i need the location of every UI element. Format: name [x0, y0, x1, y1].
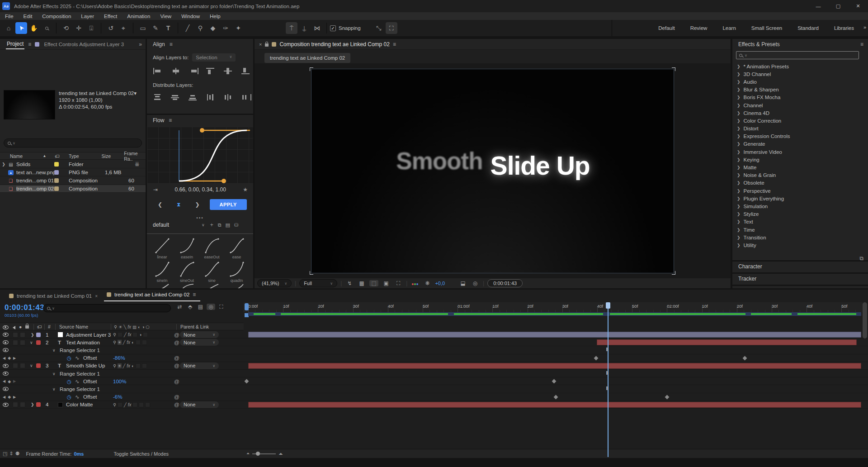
graph-icon[interactable]: ∿: [75, 377, 80, 385]
layer-row-text-animation[interactable]: ∨ 2 T Text Animation ⚲☀╱fx◐ @ None∨: [0, 338, 868, 346]
expand-icon[interactable]: ❯: [31, 331, 34, 338]
shy-layers-icon[interactable]: ⇕: [9, 451, 13, 457]
comp-mini-flowchart-icon[interactable]: ⇄: [175, 304, 184, 310]
pan-camera-tool-icon[interactable]: ✛: [73, 22, 85, 34]
solo-toggle[interactable]: [13, 332, 18, 338]
stopwatch-icon[interactable]: ◷: [67, 354, 71, 362]
item-name[interactable]: text an...new.png: [16, 170, 54, 175]
comp-breadcrumb-button[interactable]: trending text ae Linked Comp 02: [264, 53, 350, 63]
solo-toggle[interactable]: [13, 363, 18, 368]
close-tab-icon[interactable]: ×: [259, 42, 262, 47]
mask-visibility-icon[interactable]: ▣: [382, 280, 391, 286]
brush-tool-icon[interactable]: ╱: [182, 22, 193, 34]
current-timecode[interactable]: 0:00:01:43: [5, 303, 44, 312]
eraser-tool-icon[interactable]: ◆: [207, 22, 219, 34]
label-column-icon[interactable]: 🏷: [55, 153, 69, 159]
chevron-right-icon[interactable]: ❯: [737, 72, 741, 76]
chevron-right-icon[interactable]: ❯: [737, 219, 741, 224]
next-keyframe-icon[interactable]: ▶: [13, 379, 16, 383]
fx-switch[interactable]: fx: [128, 332, 132, 337]
region-of-interest-icon[interactable]: ⬚: [369, 280, 378, 286]
menu-item[interactable]: Window: [176, 14, 205, 19]
chevron-right-icon[interactable]: ❯: [737, 150, 741, 154]
effects-category[interactable]: ❯ Plugin Everything: [732, 195, 868, 202]
effects-category[interactable]: ❯ Boris FX Mocha: [732, 94, 868, 101]
layer-label-swatch[interactable]: [36, 340, 41, 345]
menu-item[interactable]: Effect: [99, 14, 122, 19]
favorite-star-icon[interactable]: ★: [243, 186, 248, 193]
property-name[interactable]: Offset: [83, 393, 97, 401]
property-row-range-selector[interactable]: ∨ Range Selector 1 I: [0, 385, 868, 393]
menu-item[interactable]: Animation: [122, 14, 155, 19]
eye-icon[interactable]: [3, 340, 9, 344]
playhead-handle[interactable]: [606, 302, 610, 309]
fast-previews-icon[interactable]: ↯: [345, 280, 354, 286]
collapse-icon[interactable]: ∨: [52, 346, 56, 354]
layer-duration-bar[interactable]: [248, 332, 861, 338]
chevron-right-icon[interactable]: ❯: [737, 119, 741, 123]
layer-row-smooth-slide-up[interactable]: ∨ 3 T Smooth Slide Up ⚲☀╱fx◐ @ None∨: [0, 362, 868, 370]
chevron-right-icon[interactable]: ❯: [737, 165, 741, 170]
add-keyframe-icon[interactable]: ◆: [8, 379, 11, 384]
preset-quadIn[interactable]: quadIn: [224, 260, 249, 283]
duplicate-preset-icon[interactable]: ⧉: [218, 222, 222, 228]
prev-keyframe-icon[interactable]: ◀: [3, 395, 5, 399]
keyframe-icon[interactable]: [594, 356, 599, 360]
property-name[interactable]: Offset: [83, 377, 97, 385]
add-preset-icon[interactable]: +: [210, 222, 213, 228]
apply-button[interactable]: APPLY: [210, 199, 247, 210]
shy-switch[interactable]: ⚲: [113, 402, 116, 407]
menu-item[interactable]: Composition: [37, 14, 76, 19]
pick-whip-icon[interactable]: @: [174, 393, 179, 401]
prev-preset-icon[interactable]: ❮: [158, 201, 162, 208]
distribute-left-icon[interactable]: [206, 94, 216, 100]
flow-preset-name[interactable]: default: [153, 222, 169, 228]
chevron-right-icon[interactable]: ❯: [737, 196, 741, 201]
toggle-switches-button[interactable]: Toggle Switches / Modes: [113, 451, 169, 457]
zoom-tool-icon[interactable]: [41, 22, 52, 34]
zoom-out-mountain-icon[interactable]: ⏶: [246, 451, 250, 456]
panel-menu-icon[interactable]: ≡: [193, 291, 196, 298]
collapse-switch[interactable]: ☀: [118, 363, 122, 368]
align-v-center-icon[interactable]: [224, 68, 234, 74]
property-value[interactable]: -86%: [113, 354, 125, 362]
motion-blur-icon[interactable]: ◎: [207, 304, 215, 310]
label-swatch[interactable]: [54, 170, 59, 175]
zoom-knob[interactable]: [256, 452, 260, 456]
align-left-icon[interactable]: [153, 68, 163, 74]
pick-whip-icon[interactable]: @: [174, 338, 179, 346]
layer-name[interactable]: Smooth Slide Up: [66, 362, 105, 370]
effects-category[interactable]: ❯ Text: [732, 218, 868, 226]
panel-menu-icon[interactable]: ≡: [170, 41, 173, 48]
project-row-png[interactable]: ▲ text an...new.png PNG file 1,6 MB: [0, 169, 146, 176]
property-group-name[interactable]: Range Selector 1: [60, 346, 100, 354]
transform-box-icon[interactable]: ⚉: [15, 451, 20, 457]
minimize-button[interactable]: —: [808, 0, 828, 12]
chevron-right-icon[interactable]: ❯: [737, 111, 741, 115]
adjustment-switch[interactable]: ◑: [139, 332, 142, 337]
distribute-top-icon[interactable]: [153, 94, 163, 100]
chevron-right-icon[interactable]: ❯: [737, 103, 741, 108]
comp-timecode[interactable]: 0:00:01:43: [487, 279, 523, 287]
tab-project[interactable]: Project: [6, 39, 24, 49]
property-name[interactable]: Offset: [83, 354, 97, 362]
layer-row-color-matte[interactable]: ❯ 4 Color Matte ⚲╱fx @ None∨: [0, 401, 868, 409]
flow-panel-title[interactable]: Flow: [153, 117, 164, 124]
close-button[interactable]: ✕: [848, 0, 868, 12]
layer-name[interactable]: Color Matte: [66, 401, 93, 409]
property-group-name[interactable]: Range Selector 1: [60, 370, 100, 377]
roto-brush-tool-icon[interactable]: ✑: [220, 22, 231, 34]
effects-category[interactable]: ❯ 3D Channel: [732, 70, 868, 78]
flow-input-icon[interactable]: ⇥: [153, 186, 158, 193]
text-tool-icon[interactable]: T: [162, 22, 174, 34]
chevron-right-icon[interactable]: ❯: [737, 126, 741, 131]
resolution-dropdown[interactable]: Full∨: [299, 279, 337, 287]
workspace-tab[interactable]: Default: [651, 25, 682, 31]
preset-linear[interactable]: linear: [150, 236, 175, 259]
effects-category[interactable]: ❯ Immersive Video: [732, 148, 868, 156]
hand-tool-icon[interactable]: ✋: [28, 22, 40, 34]
add-keyframe-icon[interactable]: ◆: [8, 395, 11, 399]
distribute-bottom-icon[interactable]: [189, 94, 198, 100]
layer-label-swatch[interactable]: [36, 363, 41, 368]
world-axis-mode-icon[interactable]: ⍊: [298, 22, 310, 34]
